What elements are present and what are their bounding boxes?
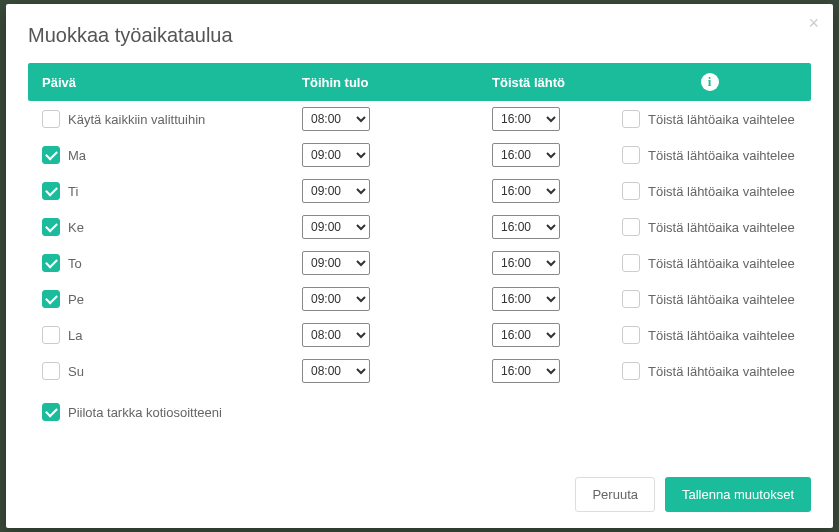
modal-title: Muokkaa työaikataulua [28, 24, 811, 47]
save-button[interactable]: Tallenna muutokset [665, 477, 811, 512]
leave-select-la[interactable]: 08:0009:0010:0012:0014:0016:0017:0018:00 [492, 323, 560, 347]
apply-all-row: Käytä kaikkiin valittuihin 08:0009:0010:… [28, 101, 811, 137]
day-label: Ma [68, 148, 86, 163]
col-leave-header: Töistä lähtö [492, 75, 622, 90]
day-label: Pe [68, 292, 84, 307]
leave-select-to[interactable]: 08:0009:0010:0012:0014:0016:0017:0018:00 [492, 251, 560, 275]
col-arrive-header: Töihin tulo [302, 75, 492, 90]
hide-address-checkbox[interactable] [42, 403, 60, 421]
day-checkbox-ti[interactable] [42, 182, 60, 200]
varies-checkbox-ti[interactable] [622, 182, 640, 200]
day-checkbox-ke[interactable] [42, 218, 60, 236]
day-row-ti: Ti08:0009:0010:0012:0014:0016:0017:0018:… [28, 173, 811, 209]
leave-select-su[interactable]: 08:0009:0010:0012:0014:0016:0017:0018:00 [492, 359, 560, 383]
apply-all-checkbox[interactable] [42, 110, 60, 128]
leave-select-pe[interactable]: 08:0009:0010:0012:0014:0016:0017:0018:00 [492, 287, 560, 311]
modal-footer: Peruuta Tallenna muutokset [28, 463, 811, 512]
varies-label: Töistä lähtöaika vaihtelee [648, 328, 795, 343]
varies-label: Töistä lähtöaika vaihtelee [648, 256, 795, 271]
varies-label: Töistä lähtöaika vaihtelee [648, 148, 795, 163]
hide-address-row: Piilota tarkka kotiosoitteeni [28, 389, 811, 425]
info-icon[interactable]: i [701, 73, 719, 91]
day-checkbox-pe[interactable] [42, 290, 60, 308]
arrive-select-la[interactable]: 08:0009:0010:0012:0014:0016:0017:0018:00 [302, 323, 370, 347]
varies-label: Töistä lähtöaika vaihtelee [648, 184, 795, 199]
col-day-header: Päivä [42, 75, 302, 90]
varies-label: Töistä lähtöaika vaihtelee [648, 364, 795, 379]
varies-label: Töistä lähtöaika vaihtelee [648, 112, 795, 127]
arrive-select-ke[interactable]: 08:0009:0010:0012:0014:0016:0017:0018:00 [302, 215, 370, 239]
hide-address-label: Piilota tarkka kotiosoitteeni [68, 405, 222, 420]
varies-checkbox-ke[interactable] [622, 218, 640, 236]
apply-all-varies-checkbox[interactable] [622, 110, 640, 128]
day-checkbox-ma[interactable] [42, 146, 60, 164]
arrive-select-su[interactable]: 08:0009:0010:0012:0014:0016:0017:0018:00 [302, 359, 370, 383]
day-label: Ke [68, 220, 84, 235]
arrive-select-ti[interactable]: 08:0009:0010:0012:0014:0016:0017:0018:00 [302, 179, 370, 203]
arrive-select-pe[interactable]: 08:0009:0010:0012:0014:0016:0017:0018:00 [302, 287, 370, 311]
varies-checkbox-to[interactable] [622, 254, 640, 272]
leave-select-ke[interactable]: 08:0009:0010:0012:0014:0016:0017:0018:00 [492, 215, 560, 239]
day-row-pe: Pe08:0009:0010:0012:0014:0016:0017:0018:… [28, 281, 811, 317]
day-checkbox-su[interactable] [42, 362, 60, 380]
apply-all-arrive-select[interactable]: 08:0009:0010:0012:0014:0016:0017:0018:00 [302, 107, 370, 131]
day-row-to: To08:0009:0010:0012:0014:0016:0017:0018:… [28, 245, 811, 281]
cancel-button[interactable]: Peruuta [575, 477, 655, 512]
day-row-ma: Ma08:0009:0010:0012:0014:0016:0017:0018:… [28, 137, 811, 173]
day-checkbox-to[interactable] [42, 254, 60, 272]
day-row-ke: Ke08:0009:0010:0012:0014:0016:0017:0018:… [28, 209, 811, 245]
varies-checkbox-su[interactable] [622, 362, 640, 380]
day-label: La [68, 328, 82, 343]
day-row-su: Su08:0009:0010:0012:0014:0016:0017:0018:… [28, 353, 811, 389]
day-label: To [68, 256, 82, 271]
arrive-select-ma[interactable]: 08:0009:0010:0012:0014:0016:0017:0018:00 [302, 143, 370, 167]
varies-label: Töistä lähtöaika vaihtelee [648, 292, 795, 307]
day-label: Su [68, 364, 84, 379]
day-row-la: La08:0009:0010:0012:0014:0016:0017:0018:… [28, 317, 811, 353]
day-label: Ti [68, 184, 78, 199]
leave-select-ti[interactable]: 08:0009:0010:0012:0014:0016:0017:0018:00 [492, 179, 560, 203]
varies-checkbox-la[interactable] [622, 326, 640, 344]
leave-select-ma[interactable]: 08:0009:0010:0012:0014:0016:0017:0018:00 [492, 143, 560, 167]
varies-checkbox-ma[interactable] [622, 146, 640, 164]
close-icon[interactable]: × [808, 14, 819, 32]
apply-all-label: Käytä kaikkiin valittuihin [68, 112, 205, 127]
varies-label: Töistä lähtöaika vaihtelee [648, 220, 795, 235]
day-checkbox-la[interactable] [42, 326, 60, 344]
edit-schedule-modal: × Muokkaa työaikataulua Päivä Töihin tul… [6, 4, 833, 528]
arrive-select-to[interactable]: 08:0009:0010:0012:0014:0016:0017:0018:00 [302, 251, 370, 275]
apply-all-leave-select[interactable]: 08:0009:0010:0012:0014:0016:0017:0018:00 [492, 107, 560, 131]
varies-checkbox-pe[interactable] [622, 290, 640, 308]
table-header: Päivä Töihin tulo Töistä lähtö i [28, 63, 811, 101]
